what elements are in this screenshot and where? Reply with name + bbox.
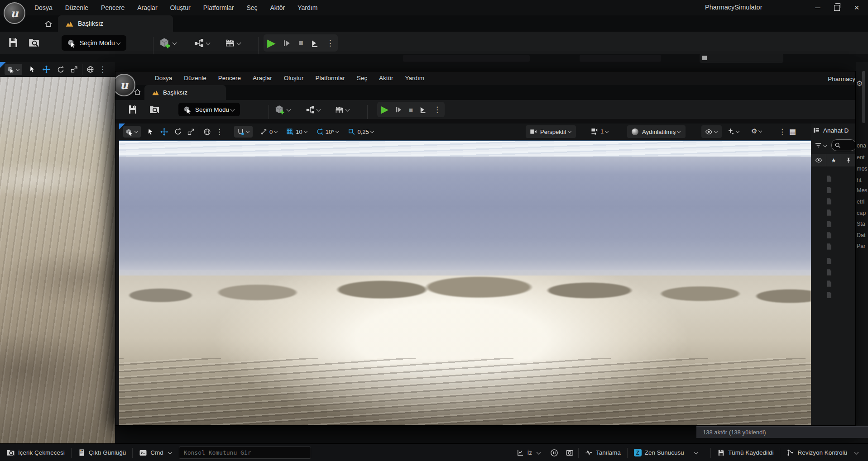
viewport-settings-gear[interactable]: ⚙ (751, 127, 762, 135)
content-drawer-button[interactable]: İçerik Çekmecesi (0, 444, 71, 461)
vp-more-dots[interactable]: ⋮ (778, 127, 786, 137)
show-flags-dropdown[interactable] (701, 125, 722, 138)
grid-snap-toggle[interactable]: 10 (286, 128, 307, 136)
camera-speed-control[interactable]: 1 (591, 128, 609, 135)
scale-tool-icon[interactable] (187, 128, 195, 136)
menu-platformlar[interactable]: Platformlar (309, 71, 350, 85)
visibility-eye-toggle[interactable] (811, 154, 826, 166)
menu-sec[interactable]: Seç (351, 71, 373, 85)
actor-row[interactable] (811, 196, 856, 207)
move-tool-icon[interactable] (42, 65, 51, 74)
menu-olustur[interactable]: Oluştur (164, 0, 197, 15)
menu-araclar[interactable]: Araçlar (131, 0, 163, 15)
step-frame-button[interactable] (283, 39, 291, 48)
rotate-tool-icon[interactable] (57, 66, 65, 74)
add-actor-button[interactable] (159, 37, 177, 49)
play-options-dots[interactable]: ⋮ (326, 38, 334, 48)
vp-select-mode[interactable] (123, 126, 141, 138)
vp-options-dots[interactable]: ⋮ (216, 127, 223, 137)
actor-name-fragment[interactable]: Mes (857, 187, 868, 194)
stop-button[interactable]: ■ (298, 38, 303, 48)
minimize-button[interactable]: ─ (809, 0, 827, 15)
rotation-snap-toggle[interactable]: 10° (316, 128, 340, 136)
actor-name-fragment[interactable]: ent (857, 154, 864, 161)
actor-name-fragment[interactable]: Dat (857, 232, 865, 238)
inner-play-options-dots[interactable]: ⋮ (433, 105, 441, 114)
screenshot-capture-icon[interactable] (566, 449, 574, 457)
actor-name-fragment[interactable]: cap (857, 210, 866, 216)
menu-dosya[interactable]: Dosya (28, 0, 59, 15)
move-tool-icon[interactable] (160, 128, 168, 136)
scale-snap-toggle[interactable]: 0,25 (348, 128, 374, 136)
pause-insights-icon[interactable] (550, 449, 558, 457)
inner-blueprints-button[interactable] (306, 105, 321, 114)
menu-sec[interactable]: Seç (240, 0, 264, 15)
actor-row[interactable] (811, 207, 856, 219)
zen-server-dropdown[interactable]: Z Zen Sunucusu (628, 444, 710, 461)
all-saved-button[interactable]: Tümü Kaydedildi (711, 444, 780, 461)
actor-name-fragment[interactable]: Sta (857, 221, 865, 227)
lit-mode-dropdown[interactable]: Aydınlatılmış (627, 125, 686, 138)
menu-olustur[interactable]: Oluştur (278, 71, 310, 85)
inner-browse-content-button[interactable] (149, 104, 160, 115)
unreal-logo[interactable]: u (4, 2, 25, 24)
quad-view-icon[interactable]: ▦ (789, 127, 796, 136)
trace-dropdown[interactable]: İz (510, 444, 548, 461)
menu-aktor[interactable]: Aktör (264, 0, 292, 15)
menu-pencere[interactable]: Pencere (95, 0, 131, 15)
cinematics-button[interactable] (225, 38, 241, 48)
inner-editor-window[interactable]: Dosya Düzenle Pencere Araçlar Oluştur Pl… (115, 71, 856, 426)
cmd-dropdown[interactable]: Cmd (133, 444, 179, 461)
actor-row[interactable] (811, 278, 856, 290)
menu-araclar[interactable]: Araçlar (247, 71, 278, 85)
blueprints-button[interactable] (194, 38, 211, 48)
menu-yardim[interactable]: Yardım (291, 0, 324, 15)
filter-funnel-icon[interactable] (815, 142, 822, 149)
outer-viewport-terrain[interactable]: Z Y X (0, 77, 115, 443)
inner-cinematics-button[interactable] (335, 105, 350, 114)
actor-name-fragment[interactable]: etri (857, 199, 864, 205)
actor-row[interactable] (811, 185, 856, 196)
effects-button[interactable] (727, 128, 740, 135)
pin-toggle[interactable] (841, 154, 856, 166)
menu-platformlar[interactable]: Platformlar (197, 0, 240, 15)
inner-skip-to-end-button[interactable] (419, 106, 427, 114)
surface-snap-toggle[interactable] (234, 126, 253, 138)
rotate-tool-icon[interactable] (174, 128, 182, 136)
actor-name-fragment[interactable]: ht (857, 177, 861, 183)
actor-name-fragment[interactable]: Par (857, 243, 865, 249)
favorites-star-toggle[interactable]: ★ (826, 154, 841, 166)
play-button[interactable]: ▶ (267, 38, 275, 48)
scale-tool-icon[interactable] (70, 66, 78, 73)
restore-button[interactable] (828, 0, 846, 15)
home-icon[interactable] (43, 19, 53, 29)
menu-pencere[interactable]: Pencere (212, 71, 247, 85)
menu-yardim[interactable]: Yardım (399, 71, 430, 85)
actor-row[interactable] (811, 219, 856, 230)
world-space-icon[interactable] (203, 128, 211, 136)
save-button[interactable] (7, 37, 19, 48)
inner-selection-mode-dropdown[interactable]: Seçim Modu (178, 103, 240, 116)
browse-content-button[interactable] (28, 37, 40, 48)
inner-step-frame-button[interactable] (395, 106, 403, 114)
outer-level-tab[interactable]: Başlıksız (58, 15, 173, 32)
menu-duzenle[interactable]: Düzenle (178, 71, 212, 85)
world-space-icon[interactable] (86, 66, 94, 73)
actor-row[interactable] (811, 230, 856, 241)
select-tool-icon[interactable] (29, 66, 36, 73)
output-log-button[interactable]: Çıktı Günlüğü (72, 444, 133, 461)
inner-play-button[interactable]: ▶ (381, 105, 388, 114)
console-input[interactable] (179, 447, 311, 459)
scrollbar[interactable] (862, 71, 865, 123)
inner-viewport-3d[interactable] (119, 140, 811, 426)
location-snap-toggle[interactable]: 0 (260, 128, 278, 136)
actor-row[interactable] (811, 267, 856, 278)
close-button[interactable]: × (848, 0, 866, 15)
menu-aktor[interactable]: Aktör (373, 71, 399, 85)
revision-control-dropdown[interactable]: Revizyon Kontrolü (780, 444, 868, 461)
outer-vp-options-dots[interactable]: ⋮ (99, 65, 106, 74)
inner-level-tab[interactable]: Başlıksız (144, 85, 226, 100)
diagnostics-button[interactable]: Tanılama (579, 444, 627, 461)
actor-row[interactable] (811, 173, 856, 185)
outer-vp-select-mode[interactable] (5, 64, 22, 75)
